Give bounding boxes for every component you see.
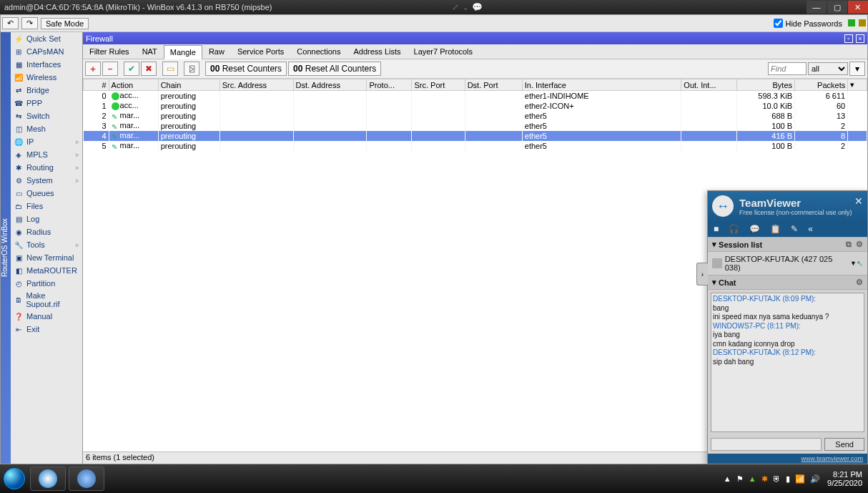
sidebar-item-manual[interactable]: ❓Manual [11,310,82,323]
sidebar-item-wireless[interactable]: 📶Wireless [11,71,82,84]
tab-layer7-protocols[interactable]: Layer7 Protocols [408,44,480,59]
enable-button[interactable]: ✔ [124,62,139,76]
sidebar-vertical-title: RouterOS WinBox [1,32,11,464]
chat-header[interactable]: ▾ Chat ⚙ [708,275,867,290]
col-action[interactable]: Action [109,79,158,91]
tab-nat[interactable]: NAT [136,44,164,59]
down-icon[interactable]: ⌄ [462,2,469,12]
table-row[interactable]: 2mar...preroutingether5688 B13 [84,111,867,121]
reset-counters-button[interactable]: 00 Reset Counters [205,62,287,76]
sidebar-item-switch[interactable]: ⇆Switch [11,109,82,122]
col-packets[interactable]: Packets [795,79,848,91]
col-dst-address[interactable]: Dst. Address [293,79,367,91]
chat-icon[interactable]: 💬 [749,224,760,234]
session-list-header[interactable]: ▾ Session list ⧉⚙ [708,237,867,252]
taskbar-winbox[interactable] [69,467,104,491]
popout-icon[interactable]: ⧉ [846,240,852,249]
files-icon[interactable]: 📋 [770,224,781,234]
tab-service-ports[interactable]: Service Ports [231,44,290,59]
chevron-down-icon[interactable]: ▼ [850,260,857,267]
whiteboard-icon[interactable]: ✎ [791,224,798,234]
column-menu-button[interactable]: ▾ [848,79,867,91]
sidebar-item-queues[interactable]: ▭Queues [11,187,82,200]
sidebar-item-files[interactable]: 🗀Files [11,200,82,213]
col-src-port[interactable]: Src. Port [412,79,465,91]
table-row[interactable]: 3mar...preroutingether5100 B2 [84,121,867,131]
sidebar-item-metarouter[interactable]: ◧MetaROUTER [11,264,82,277]
sidebar-item-partition[interactable]: ◴Partition [11,277,82,290]
tab-connections[interactable]: Connections [290,44,347,59]
maximize-button[interactable]: ▢ [827,1,847,14]
session-row[interactable]: DESKTOP-KFUTAJK (427 025 038) ▼ ↖ [708,252,867,275]
fw-close-icon[interactable]: × [856,34,864,43]
col-src-address[interactable]: Src. Address [220,79,293,91]
sidebar-item-system[interactable]: ⚙System▹ [11,174,82,187]
table-row[interactable]: 0acc...preroutingether1-INDIHOME598.3 Ki… [84,91,867,101]
hide-passwords-input[interactable] [774,19,783,28]
col-dst-port[interactable]: Dst. Port [465,79,522,91]
taskbar-teamviewer[interactable] [30,467,66,491]
fw-min-icon[interactable]: ▫ [844,34,853,43]
headset-icon[interactable]: 🎧 [729,224,739,234]
close-button[interactable]: ✕ [848,1,868,14]
disable-button[interactable]: ✖ [141,62,157,76]
tab-address-lists[interactable]: Address Lists [347,44,407,59]
sidebar-item-make-supout.rif[interactable]: 🗎Make Supout.rif [11,290,82,310]
gear-icon[interactable]: ⚙ [856,240,863,249]
col-chain[interactable]: Chain [158,79,220,91]
col-in-interface[interactable]: In. Interface [522,79,681,91]
comment-button[interactable]: ▭ [162,62,178,76]
sidebar-item-bridge[interactable]: ⇄Bridge [11,84,82,97]
sidebar-item-interfaces[interactable]: ▦Interfaces [11,58,82,71]
sidebar-item-capsman[interactable]: ⊞CAPsMAN [11,45,82,58]
tab-filter-rules[interactable]: Filter Rules [83,44,136,59]
sidebar-item-mpls[interactable]: ◈MPLS▹ [11,148,82,161]
sidebar-item-exit[interactable]: ⇤Exit [11,323,82,336]
cursor-icon[interactable]: ↖ [857,259,863,268]
sidebar-item-radius[interactable]: ◉Radius [11,225,82,238]
col-proto-[interactable]: Proto... [367,79,412,91]
dropdown-button[interactable]: ▾ [849,62,865,76]
tray-icons[interactable]: ▲ ⚑ ▲ ✱ ⛨ ▮ 📶 🔊 [722,474,822,484]
col--[interactable]: # [84,79,109,91]
tab-raw[interactable]: Raw [202,44,231,59]
sidebar-item-quick-set[interactable]: ⚡Quick Set [11,32,82,45]
undo-button[interactable]: ↶ [2,17,19,29]
chat-log[interactable]: DESKTOP-KFUTAJK (8:09 PM):bangini speed … [711,293,864,432]
minimize-button[interactable]: — [807,1,827,14]
sidebar-item-log[interactable]: ▤Log [11,213,82,225]
col-out-int-[interactable]: Out. Int... [681,79,737,91]
sidebar-item-routing[interactable]: ✱Routing▹ [11,161,82,174]
safe-mode-button[interactable]: Safe Mode [41,18,89,29]
find-input[interactable] [768,62,807,75]
sidebar-item-tools[interactable]: 🔧Tools▹ [11,238,82,251]
table-row[interactable]: 1acc...preroutingether2-ICON+10.0 KiB60 [84,101,867,111]
collapse-icon[interactable]: « [808,224,813,234]
remove-button[interactable]: － [102,62,118,76]
sidebar-item-ip[interactable]: 🌐IP▹ [11,135,82,148]
sidebar-item-ppp[interactable]: ☎PPP [11,97,82,109]
tab-mangle[interactable]: Mangle [164,45,202,59]
tv-footer-link[interactable]: www.teamviewer.com [708,454,867,464]
col-bytes[interactable]: Bytes [736,79,794,91]
filter-button[interactable]: ⍄ [184,62,199,76]
taskbar-clock[interactable]: 8:21 PM 9/25/2020 [827,470,862,487]
chat-input[interactable] [711,438,822,451]
video-icon[interactable]: ■ [714,224,719,234]
send-button[interactable]: Send [824,438,864,451]
tv-collapse-tab[interactable]: › [696,263,708,285]
chat-icon[interactable]: 💬 [472,2,483,12]
hide-passwords-checkbox[interactable]: Hide Passwords [774,19,842,28]
sidebar-item-new-terminal[interactable]: ▣New Terminal [11,251,82,264]
add-button[interactable]: ＋ [85,62,101,76]
reset-all-counters-button[interactable]: 00 Reset All Counters [288,62,381,76]
table-row[interactable]: 5mar...preroutingether5100 B2 [84,141,867,151]
tv-close-button[interactable]: ✕ [854,195,863,207]
redo-button[interactable]: ↷ [21,17,38,29]
sidebar-item-mesh[interactable]: ◫Mesh [11,122,82,135]
gear-icon[interactable]: ⚙ [856,278,863,287]
expand-icon[interactable]: ⤢ [452,2,459,12]
scope-select[interactable]: all [808,62,848,75]
table-row[interactable]: 4mar...preroutingether5416 B8 [84,131,867,141]
start-button[interactable] [0,464,29,493]
